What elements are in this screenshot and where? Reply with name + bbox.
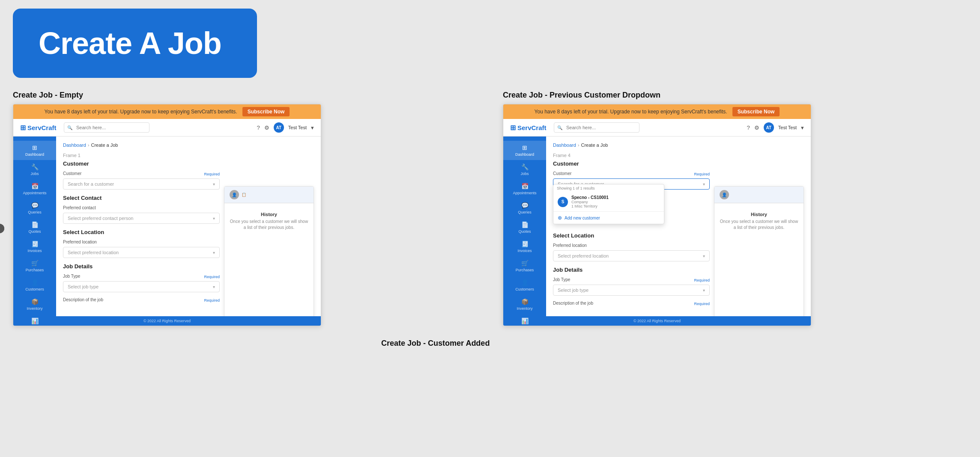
frame1-subscribe-btn[interactable]: Subscribe Now: [242, 107, 290, 116]
frame1-customer-label-row: Customer Required: [63, 171, 220, 177]
frame1-description-label-row: Description of the job Required: [63, 297, 220, 303]
help-icon[interactable]: ?: [257, 125, 260, 131]
frame2-location-select[interactable]: Select preferred location ▾: [553, 250, 710, 261]
sidebar-item-dashboard[interactable]: ⊞ Dashboard: [13, 141, 56, 160]
frame1-jobtype-group: Job Type Required Select job type ▾: [63, 274, 220, 292]
frame2-customer-dropdown: Showing 1 of 1 results S Specno - CS1000…: [553, 184, 664, 224]
frame1-history-title: History: [230, 212, 308, 217]
frame1-search-input[interactable]: [64, 122, 149, 133]
frame2-copyright: © 2022 All Rights Reserved: [633, 319, 681, 323]
customer-chevron-icon: ▾: [213, 182, 215, 187]
frame1-label: Create Job - Empty: [13, 91, 477, 100]
sidebar-item-customers[interactable]: 👤 Customers: [13, 276, 56, 295]
sidebar2-item-dashboard[interactable]: ⊞ Dashboard: [503, 141, 546, 160]
dropdown-add-customer[interactable]: ⊕ Add new customer: [553, 211, 664, 224]
frame1-contact-select[interactable]: Select preferred contact person ▾: [63, 213, 220, 224]
frame2-user-avatar[interactable]: AT: [764, 122, 774, 133]
frame1-search-bar[interactable]: 🔍: [64, 122, 149, 133]
frame1-customer-select[interactable]: Search for a customer ▾: [63, 178, 220, 190]
jobs2-icon: 🔧: [521, 163, 529, 170]
frame2-search-input[interactable]: [554, 122, 639, 133]
frame1-jobdetails-title: Job Details: [63, 263, 220, 270]
dropdown-item-name: Specno - CS10001: [571, 195, 660, 200]
dropdown-item-specno[interactable]: S Specno - CS10001 Company 1 Misc Territ…: [553, 192, 664, 211]
user-chevron-icon[interactable]: ▾: [311, 125, 314, 131]
sidebar2-item-jobs[interactable]: 🔧 Jobs: [503, 160, 546, 179]
frame2-customer-label: Customer: [553, 171, 571, 176]
sidebar2-item-reports[interactable]: 📊 Reports: [503, 314, 546, 326]
sidebar-item-queries[interactable]: 💬 Queries: [13, 199, 56, 218]
frame1-location-title: Select Location: [63, 229, 220, 235]
help2-icon[interactable]: ?: [747, 125, 750, 131]
location-chevron-icon: ▾: [213, 250, 215, 255]
frame2-subscribe-btn[interactable]: Subscribe Now: [732, 107, 780, 116]
breadcrumb2-home[interactable]: Dashboard: [553, 142, 576, 148]
frame1-jobtype-select[interactable]: Select job type ▾: [63, 281, 220, 292]
sidebar-label-reports: Reports: [28, 326, 42, 326]
sidebar2-item-queries[interactable]: 💬 Queries: [503, 199, 546, 218]
frame2-history-body: History Once you select a customer we wi…: [714, 203, 804, 239]
dropdown-item-territory: 1 Misc Territory: [571, 204, 660, 208]
frame2-nav-right: ? ⚙ AT Test Test ▾: [747, 122, 804, 133]
settings-icon[interactable]: ⚙: [264, 125, 269, 131]
sidebar2-label-queries: Queries: [518, 210, 532, 214]
sidebar-item-jobs[interactable]: 🔧 Jobs: [13, 160, 56, 179]
frames-row: Create Job - Empty You have 8 days left …: [13, 91, 967, 326]
reports2-icon: 📊: [521, 318, 529, 324]
sidebar2-label-inventory: Inventory: [517, 306, 532, 311]
sidebar2-item-customers[interactable]: 👤 Customers: [503, 276, 546, 295]
frame1-app: You have 8 days left of your trial. Upgr…: [13, 104, 321, 326]
history-user-icon: 👤: [230, 190, 239, 199]
frame2-trial-text: You have 8 days left of your trial. Upgr…: [535, 109, 727, 115]
dropdown-add-text: Add new customer: [565, 216, 600, 220]
purchases2-icon: 🛒: [521, 260, 529, 267]
quotes2-icon: 📄: [521, 221, 529, 228]
settings2-icon[interactable]: ⚙: [754, 125, 759, 131]
customers2-icon: 👤: [521, 279, 529, 286]
queries-icon: 💬: [31, 202, 39, 209]
sidebar2-item-inventory[interactable]: 📦 Inventory: [503, 295, 546, 314]
frame1-sidebar: ⊞ Dashboard 🔧 Jobs 📅 Appointments 💬: [13, 137, 56, 316]
sidebar-item-quotes[interactable]: 📄 Quotes: [13, 218, 56, 237]
frame2-location-placeholder: Select preferred location: [558, 253, 609, 258]
add-icon: ⊕: [558, 215, 562, 221]
frame2-content-wrapper: Customer Customer Required Search for a …: [553, 160, 804, 312]
frame3-label: Create Job - Customer Added: [381, 339, 967, 348]
brand-name: ServCraft: [27, 124, 57, 131]
frame2-customer-label-row: Customer Required: [553, 171, 710, 177]
sidebar2-item-invoices[interactable]: 🧾 Invoices: [503, 237, 546, 256]
frame1-customer-group: Customer Required Search for a customer …: [63, 171, 220, 190]
invoices2-icon: 🧾: [521, 240, 529, 247]
user2-chevron-icon[interactable]: ▾: [801, 125, 804, 131]
breadcrumb-home[interactable]: Dashboard: [63, 142, 86, 148]
frame1-customer-required: Required: [204, 172, 220, 176]
sidebar2-label-appointments: Appointments: [513, 191, 536, 195]
frame1-location-group: Preferred location Select preferred loca…: [63, 240, 220, 258]
sidebar-item-purchases[interactable]: 🛒 Purchases: [13, 256, 56, 276]
frame2-jobtype-select[interactable]: Select job type ▾: [553, 285, 710, 296]
frame1-customer-label: Customer: [63, 171, 81, 176]
sidebar2-item-quotes[interactable]: 📄 Quotes: [503, 218, 546, 237]
frame1-user-avatar[interactable]: AT: [274, 122, 284, 133]
sidebar2-item-appointments[interactable]: 📅 Appointments: [503, 179, 546, 199]
dropdown-results-label: Showing 1 of 1 results: [553, 184, 664, 192]
sidebar-item-appointments[interactable]: 📅 Appointments: [13, 179, 56, 199]
frame1-location-select[interactable]: Select preferred location ▾: [63, 247, 220, 258]
frame1-description-label: Description of the job: [63, 297, 103, 302]
sidebar-label-dashboard: Dashboard: [25, 152, 44, 157]
sidebar-label-purchases: Purchases: [26, 268, 44, 272]
invoices-icon: 🧾: [31, 240, 39, 247]
sidebar-item-invoices[interactable]: 🧾 Invoices: [13, 237, 56, 256]
brand-icon: ⊞: [20, 124, 26, 132]
frame1-history-body: History Once you select a customer we wi…: [224, 203, 314, 239]
sidebar-label-jobs: Jobs: [30, 172, 39, 176]
frame2-search-bar[interactable]: 🔍: [554, 122, 639, 133]
frame2-jobtype-group: Job Type Required Select job type ▾: [553, 277, 710, 296]
sidebar-item-reports[interactable]: 📊 Reports: [13, 314, 56, 326]
location2-chevron-icon: ▾: [703, 254, 705, 258]
frame1-jobtype-label-row: Job Type Required: [63, 274, 220, 280]
frame1-location-label-row: Preferred location: [63, 240, 220, 246]
breadcrumb2-sep: ›: [578, 142, 580, 148]
sidebar-item-inventory[interactable]: 📦 Inventory: [13, 295, 56, 314]
sidebar2-item-purchases[interactable]: 🛒 Purchases: [503, 256, 546, 276]
